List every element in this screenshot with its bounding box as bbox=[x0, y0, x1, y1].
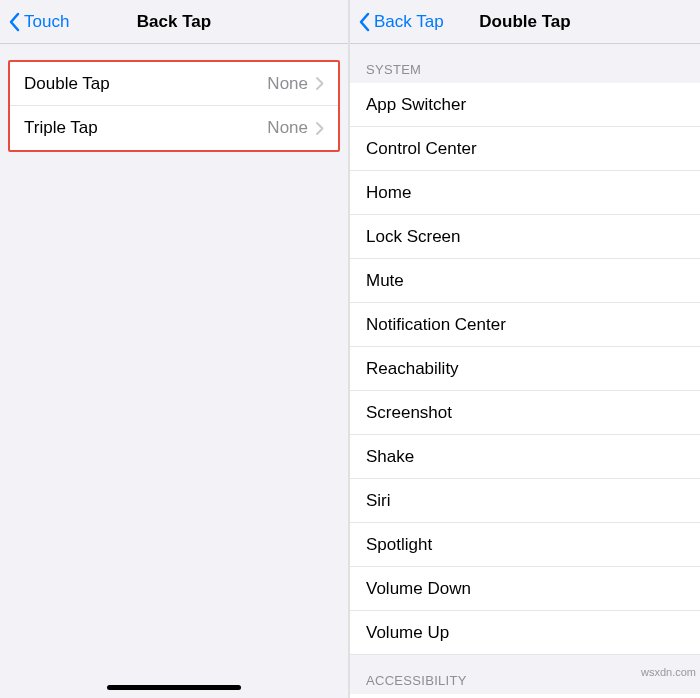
highlight-box: Double Tap None Triple Tap None bbox=[8, 60, 340, 152]
section-header-system: System bbox=[350, 44, 700, 83]
screen-double-tap: Back Tap Double Tap System App Switcher … bbox=[350, 0, 700, 698]
watermark: wsxdn.com bbox=[641, 666, 696, 678]
option-notification-center[interactable]: Notification Center bbox=[350, 303, 700, 347]
list-group-system: App Switcher Control Center Home Lock Sc… bbox=[350, 83, 700, 655]
option-app-switcher[interactable]: App Switcher bbox=[350, 83, 700, 127]
option-screenshot[interactable]: Screenshot bbox=[350, 391, 700, 435]
option-shake[interactable]: Shake bbox=[350, 435, 700, 479]
option-volume-up[interactable]: Volume Up bbox=[350, 611, 700, 655]
option-mute[interactable]: Mute bbox=[350, 259, 700, 303]
row-double-tap[interactable]: Double Tap None bbox=[10, 62, 338, 106]
row-label: Triple Tap bbox=[24, 118, 267, 138]
option-reachability[interactable]: Reachability bbox=[350, 347, 700, 391]
option-volume-down[interactable]: Volume Down bbox=[350, 567, 700, 611]
option-lock-screen[interactable]: Lock Screen bbox=[350, 215, 700, 259]
screen-back-tap: Touch Back Tap Double Tap None Triple Ta… bbox=[0, 0, 350, 698]
back-button-back-tap[interactable]: Back Tap bbox=[358, 12, 444, 32]
chevron-right-icon bbox=[316, 122, 324, 135]
row-value: None bbox=[267, 118, 308, 138]
navbar-right: Back Tap Double Tap bbox=[350, 0, 700, 44]
option-spotlight[interactable]: Spotlight bbox=[350, 523, 700, 567]
back-label: Back Tap bbox=[374, 12, 444, 32]
home-indicator[interactable] bbox=[107, 685, 241, 690]
chevron-left-icon bbox=[8, 12, 20, 32]
chevron-right-icon bbox=[316, 77, 324, 90]
list-group-accessibility: AssistiveTouch Classic Invert Magnifier … bbox=[350, 694, 700, 698]
content-right: System App Switcher Control Center Home … bbox=[350, 44, 700, 698]
row-label: Double Tap bbox=[24, 74, 267, 94]
option-assistivetouch[interactable]: AssistiveTouch bbox=[350, 694, 700, 698]
row-triple-tap[interactable]: Triple Tap None bbox=[10, 106, 338, 150]
content-left: Double Tap None Triple Tap None bbox=[0, 44, 348, 698]
chevron-left-icon bbox=[358, 12, 370, 32]
option-home[interactable]: Home bbox=[350, 171, 700, 215]
row-value: None bbox=[267, 74, 308, 94]
back-button-touch[interactable]: Touch bbox=[8, 12, 69, 32]
option-siri[interactable]: Siri bbox=[350, 479, 700, 523]
back-label: Touch bbox=[24, 12, 69, 32]
navbar-left: Touch Back Tap bbox=[0, 0, 348, 44]
option-control-center[interactable]: Control Center bbox=[350, 127, 700, 171]
